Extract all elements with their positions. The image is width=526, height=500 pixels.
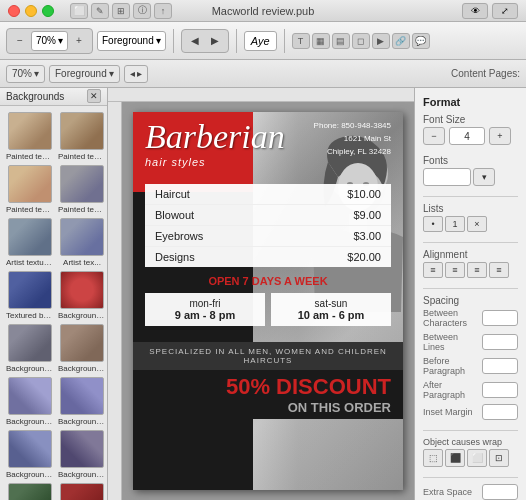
before-para-input[interactable] [482,358,518,374]
between-lines-label: Between Lines [423,332,478,352]
wrap-btn-3[interactable]: ⬜ [467,449,487,467]
list-none-btn[interactable]: × [467,216,487,232]
font-size-section: Font Size − + [423,114,518,145]
fonts-browse-btn[interactable]: ▾ [473,168,495,186]
after-para-label: After Paragraph [423,380,478,400]
page-next-btn[interactable]: ▶ [206,32,224,50]
list-item[interactable]: Painted textures [58,165,106,214]
page-prev-btn[interactable]: ◀ [186,32,204,50]
icon-info[interactable]: ⓘ [133,3,151,19]
after-para-input[interactable] [482,382,518,398]
list-item[interactable]: Background 32 [58,324,106,373]
top-ruler [108,88,414,102]
list-item[interactable]: Background d... [6,324,54,373]
list-item[interactable]: Background Pl... [58,483,106,500]
thumb-image-6 [8,271,52,309]
zoom-out-btn[interactable]: − [11,32,29,50]
traffic-lights[interactable] [8,5,54,17]
wrap-btn-1[interactable]: ⬚ [423,449,443,467]
zoom-dropdown[interactable]: 70% ▾ [31,31,68,51]
list-item[interactable]: Background Pl... [58,430,106,479]
link-icon[interactable]: 🔗 [392,33,410,49]
font-size-down-btn[interactable]: − [423,127,445,145]
icon-doc[interactable]: ⬜ [70,3,88,19]
service-name-2: Eyebrows [155,230,203,242]
chart-icon[interactable]: ▤ [332,33,350,49]
align-right-btn[interactable]: ≡ [467,262,487,278]
fonts-input[interactable] [423,168,471,186]
comment-icon[interactable]: 💬 [412,33,430,49]
divider-4 [423,430,518,431]
zoom-in-btn[interactable]: + [70,32,88,50]
align-left-btn[interactable]: ≡ [423,262,443,278]
toolbar-left-icons: ⬜ ✎ ⊞ ⓘ ↑ [70,3,172,19]
between-lines-field: Between Lines [423,332,518,352]
list-item[interactable]: Artist tex... [58,218,106,267]
align-justify-btn[interactable]: ≡ [489,262,509,278]
font-size-input[interactable] [449,127,485,145]
fonts-section: Fonts ▾ [423,155,518,186]
wrap-btn-4[interactable]: ⊡ [489,449,509,467]
icon-share[interactable]: ↑ [154,3,172,19]
list-item[interactable]: Background Pl... [58,377,106,426]
canvas-area[interactable]: Barberian hair styles Phone: 850-948-384… [122,102,414,500]
lists-section: Lists • 1 × [423,203,518,232]
list-bullet-btn[interactable]: • [423,216,443,232]
table-icon[interactable]: ▦ [312,33,330,49]
media-icon[interactable]: ▶ [372,33,390,49]
align-center-btn[interactable]: ≡ [445,262,465,278]
thumb-image-11 [60,377,104,415]
flyer-footer: SPECIALIZED IN ALL MEN, WOMEN AND CHILDR… [133,342,403,370]
list-number-btn[interactable]: 1 [445,216,465,232]
maximize-button[interactable] [42,5,54,17]
between-chars-input[interactable] [482,310,518,326]
shape-icon[interactable]: ◻ [352,33,370,49]
panel-title: Backgrounds [6,91,64,102]
font-display[interactable]: Aye [244,31,277,51]
discount-main: 50% DISCOUNT [145,374,391,400]
wrap-btn-2[interactable]: ⬛ [445,449,465,467]
view-preset-btn[interactable]: Foreground ▾ [49,65,120,83]
inset-margin-field: Inset Margin [423,404,518,420]
list-item[interactable]: Painted textures [58,112,106,161]
list-item[interactable]: Painted textures [6,165,54,214]
panel-close-btn[interactable]: ✕ [87,89,101,103]
list-item[interactable]: Background Pl... [6,483,54,500]
thumb-label-5: Artist tex... [63,258,101,267]
expand-icon[interactable]: 👁 [462,3,488,19]
thumbnails-grid: Painted textures Painted textures Painte… [0,106,107,500]
icon-edit[interactable]: ✎ [91,3,109,19]
font-name: Aye [251,35,270,47]
list-item[interactable]: Background Pl... [6,430,54,479]
font-size-up-btn[interactable]: + [489,127,511,145]
text-icon[interactable]: T [292,33,310,49]
list-item[interactable]: Painted textures [6,112,54,161]
panel-header: Backgrounds ✕ [0,88,107,106]
flyer-title-block: Barberian hair styles [145,120,314,168]
list-item[interactable]: Background G... [58,271,106,320]
thumb-label-9: Background 32 [58,364,106,373]
content-pages-label: Content Pages: [451,68,520,79]
flyer-address2: Chipley, FL 32428 [314,146,391,159]
list-item[interactable]: Textured bk... [6,271,54,320]
zoom-preset-label: 70% [12,68,32,79]
view-dropdown[interactable]: Foreground ▾ [97,31,166,51]
list-item[interactable]: Artist textures [6,218,54,267]
fullscreen-icon[interactable]: ⤢ [492,3,518,19]
between-lines-input[interactable] [482,334,518,350]
thumb-label-12: Background Pl... [6,470,54,479]
close-button[interactable] [8,5,20,17]
minimize-button[interactable] [25,5,37,17]
icon-view[interactable]: ⊞ [112,3,130,19]
window-title: Macworld review.pub [212,5,315,17]
extra-space-input[interactable] [482,484,518,500]
lists-label: Lists [423,203,518,214]
flyer-header: Barberian hair styles Phone: 850-948-384… [133,112,403,174]
price-row: Haircut $10.00 [145,184,391,205]
page-nav-btn[interactable]: ◂ ▸ [124,65,148,83]
divider-5 [423,477,518,478]
thumb-image-15 [60,483,104,500]
list-item[interactable]: Background Pl... [6,377,54,426]
inset-margin-input[interactable] [482,404,518,420]
zoom-preset-btn[interactable]: 70% ▾ [6,65,45,83]
